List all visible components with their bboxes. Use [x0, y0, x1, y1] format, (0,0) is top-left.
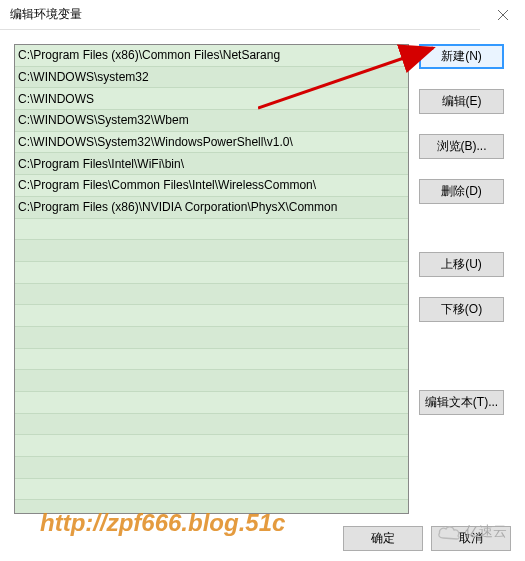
list-item[interactable]: C:\Program Files\Intel\WiFi\bin\: [15, 153, 408, 175]
move-down-button[interactable]: 下移(O): [419, 297, 504, 322]
list-item[interactable]: C:\Program Files (x86)\Common Files\NetS…: [15, 45, 408, 67]
window-title: 编辑环境变量: [10, 6, 82, 23]
list-blank-row: [15, 479, 408, 501]
list-blank-row: [15, 262, 408, 284]
list-blank-row: [15, 349, 408, 371]
list-blank-row: [15, 327, 408, 349]
list-item[interactable]: C:\WINDOWS: [15, 88, 408, 110]
edit-button[interactable]: 编辑(E): [419, 89, 504, 114]
new-button[interactable]: 新建(N): [419, 44, 504, 69]
list-blank-row: [15, 392, 408, 414]
ok-button[interactable]: 确定: [343, 526, 423, 551]
delete-button[interactable]: 删除(D): [419, 179, 504, 204]
list-item[interactable]: C:\WINDOWS\System32\WindowsPowerShell\v1…: [15, 132, 408, 154]
browse-button[interactable]: 浏览(B)...: [419, 134, 504, 159]
close-button[interactable]: [480, 0, 525, 30]
list-blank-row: [15, 219, 408, 241]
list-blank-row: [15, 414, 408, 436]
list-item[interactable]: C:\WINDOWS\System32\Wbem: [15, 110, 408, 132]
list-blank-row: [15, 457, 408, 479]
list-item[interactable]: C:\Program Files\Common Files\Intel\Wire…: [15, 175, 408, 197]
list-item[interactable]: C:\Program Files (x86)\NVIDIA Corporatio…: [15, 197, 408, 219]
list-item[interactable]: C:\WINDOWS\system32: [15, 67, 408, 89]
client-area: C:\Program Files (x86)\Common Files\NetS…: [0, 30, 525, 520]
list-blank-row: [15, 240, 408, 262]
list-blank-row: [15, 435, 408, 457]
side-buttons: 新建(N) 编辑(E) 浏览(B)... 删除(D) 上移(U) 下移(O) 编…: [419, 44, 504, 514]
list-blank-row: [15, 305, 408, 327]
move-up-button[interactable]: 上移(U): [419, 252, 504, 277]
close-icon: [498, 10, 508, 20]
edit-text-button[interactable]: 编辑文本(T)...: [419, 390, 504, 415]
list-blank-row: [15, 284, 408, 306]
footer-buttons: 确定 取消: [343, 526, 511, 551]
titlebar: 编辑环境变量: [0, 0, 525, 30]
cancel-button[interactable]: 取消: [431, 526, 511, 551]
path-list[interactable]: C:\Program Files (x86)\Common Files\NetS…: [14, 44, 409, 514]
list-blank-row: [15, 370, 408, 392]
